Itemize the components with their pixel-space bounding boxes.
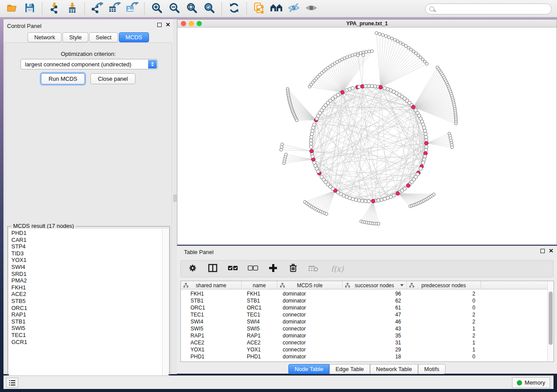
network-node[interactable] (309, 139, 313, 142)
network-leaf-node[interactable] (367, 50, 370, 53)
network-node[interactable] (310, 135, 313, 139)
close-table-panel-icon[interactable]: ✕ (549, 249, 554, 253)
tab-node-table[interactable]: Node Table (288, 364, 329, 374)
network-leaf-node[interactable] (432, 193, 436, 196)
network-hub-node[interactable] (412, 105, 415, 109)
mcds-result-item[interactable]: SRD1 (11, 271, 162, 278)
network-leaf-node[interactable] (280, 145, 283, 148)
network-leaf-node[interactable] (391, 37, 394, 40)
network-node[interactable] (320, 175, 323, 179)
network-hub-node[interactable] (425, 141, 429, 145)
tab-motifs[interactable]: Motifs (418, 364, 446, 374)
network-leaf-node[interactable] (405, 45, 408, 48)
mcds-result-item[interactable]: STP4 (11, 243, 162, 250)
network-node[interactable] (357, 199, 361, 202)
network-leaf-node[interactable] (425, 62, 428, 65)
network-titlebar[interactable]: YPA_prune.txt_1 (177, 20, 557, 28)
node-table[interactable]: shared namenameMCDS rolesuccessor nodesp… (180, 281, 554, 362)
network-leaf-node[interactable] (353, 53, 356, 56)
network-leaf-node[interactable] (365, 50, 368, 53)
network-leaf-node[interactable] (356, 54, 360, 57)
network-node[interactable] (367, 199, 370, 203)
network-leaf-node[interactable] (393, 38, 396, 41)
network-leaf-node[interactable] (450, 146, 453, 149)
mcds-result-item[interactable]: GCR1 (11, 339, 162, 346)
column-header-shared-name[interactable]: shared name (181, 281, 242, 289)
gear-button[interactable] (187, 263, 198, 275)
network-hub-node[interactable] (340, 90, 344, 94)
duplicate-network-button[interactable] (251, 2, 267, 16)
splitter-handle-icon[interactable] (173, 195, 176, 202)
network-node[interactable] (360, 199, 364, 203)
mcds-result-item[interactable]: PMA2 (11, 277, 162, 284)
network-canvas[interactable] (177, 28, 557, 244)
network-leaf-node[interactable] (359, 52, 362, 55)
network-node[interactable] (383, 197, 387, 201)
network-leaf-node[interactable] (362, 51, 365, 54)
network-node[interactable] (424, 135, 428, 139)
first-neighbors-button[interactable] (269, 2, 284, 16)
network-leaf-node[interactable] (375, 31, 378, 34)
network-node[interactable] (374, 85, 377, 88)
import-network-button[interactable] (47, 2, 62, 16)
network-leaf-node[interactable] (377, 222, 380, 225)
mcds-result-list[interactable]: PHD1CAR1STP4TID3YOX1SWI4SRD1PMA2FKH1ACE2… (9, 229, 162, 385)
import-table-button[interactable] (64, 2, 80, 16)
select-all-button[interactable] (227, 263, 239, 275)
table-scrollbar[interactable] (547, 281, 554, 361)
network-node[interactable] (422, 161, 425, 165)
network-node[interactable] (309, 142, 313, 145)
tab-mcds[interactable]: MCDS (119, 32, 149, 42)
network-leaf-node[interactable] (325, 213, 328, 216)
mcds-result-item[interactable]: CAR1 (11, 237, 162, 244)
table-row[interactable]: SWI5SWI5connector431 (181, 325, 548, 332)
table-scrollbar-thumb[interactable] (549, 292, 553, 345)
deselect-all-button[interactable] (247, 263, 259, 275)
table-row[interactable]: SWI4SWI4dominator462 (181, 318, 548, 325)
tab-network[interactable]: Network (28, 32, 62, 42)
column-header-MCDS-role[interactable]: MCDS role (277, 281, 343, 289)
network-hub-node[interactable] (371, 199, 375, 203)
network-hub-node[interactable] (379, 85, 383, 89)
mcds-result-item[interactable]: PHD1 (11, 230, 162, 237)
search-input[interactable] (434, 6, 551, 12)
network-node[interactable] (309, 145, 313, 148)
hide-selected-button[interactable] (286, 2, 302, 16)
close-panel-button[interactable]: Close panel (90, 73, 135, 84)
mcds-result-item[interactable]: STB5 (11, 298, 162, 305)
zoom-selected-button[interactable] (201, 2, 217, 16)
mcds-result-item[interactable]: TID3 (11, 250, 162, 257)
table-row[interactable]: TEC1TEC1connector472 (181, 311, 548, 318)
export-table-button[interactable] (107, 2, 122, 16)
mcds-result-item[interactable]: TEC1 (11, 332, 162, 339)
network-hub-node[interactable] (396, 192, 400, 196)
network-leaf-node[interactable] (454, 122, 457, 125)
save-session-button[interactable] (22, 2, 38, 16)
function-builder-button[interactable]: f(x) (328, 263, 347, 275)
network-node[interactable] (311, 155, 314, 158)
network-leaf-node[interactable] (402, 43, 405, 46)
close-panel-icon[interactable]: ✕ (166, 23, 170, 27)
network-node[interactable] (423, 129, 427, 133)
show-all-button[interactable] (304, 2, 319, 16)
network-node[interactable] (351, 86, 354, 90)
network-leaf-node[interactable] (295, 119, 298, 122)
mcds-result-item[interactable]: SWI4 (11, 264, 162, 271)
export-image-button[interactable] (124, 2, 140, 16)
result-scrollbar[interactable] (162, 229, 169, 385)
network-leaf-node[interactable] (378, 32, 381, 35)
table-row[interactable]: ACE2ACE2connector311 (181, 339, 548, 346)
column-header-name[interactable]: name (242, 281, 277, 289)
open-file-button[interactable] (4, 2, 20, 16)
mcds-result-item[interactable]: YOX1 (11, 257, 162, 264)
network-node[interactable] (424, 148, 428, 152)
tab-edge-table[interactable]: Edge Table (329, 364, 370, 374)
network-node[interactable] (364, 199, 367, 203)
mcds-result-item[interactable]: RAP1 (11, 311, 162, 318)
network-node[interactable] (425, 145, 428, 148)
table-row[interactable]: FKH1FKH1dominator962 (181, 290, 548, 297)
float-table-panel-icon[interactable] (540, 249, 545, 253)
network-node[interactable] (312, 123, 316, 126)
delete-table-button[interactable] (308, 263, 319, 275)
tab-style[interactable]: Style (62, 32, 88, 42)
